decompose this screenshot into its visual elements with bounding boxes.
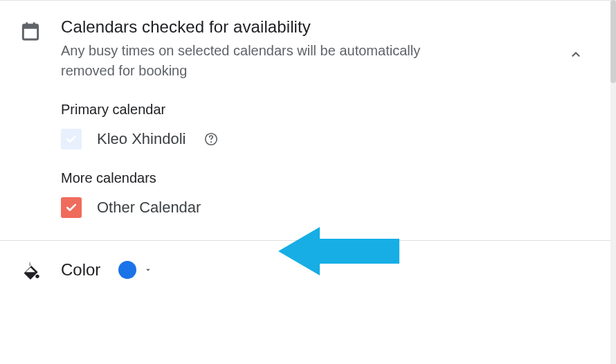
color-label: Color [61,260,100,280]
section-description: Any busy times on selected calendars wil… [61,41,476,81]
chevron-up-icon [568,47,583,62]
scrollbar-thumb[interactable] [610,0,616,83]
color-section: Color [0,240,616,299]
other-calendar-checkbox[interactable] [61,197,82,218]
dropdown-caret-icon [143,265,153,275]
primary-calendar-label: Primary calendar [61,102,547,118]
checkmark-icon [64,132,78,146]
color-picker[interactable] [118,261,153,279]
primary-calendar-row: Kleo Xhindoli [61,129,547,149]
collapse-button[interactable] [563,42,588,67]
calendar-icon [0,17,61,42]
paint-bucket-icon [0,257,61,282]
checkmark-icon [64,201,78,215]
other-calendar-name: Other Calendar [97,199,201,217]
more-calendar-row: Other Calendar [61,197,547,218]
svg-point-6 [35,275,39,278]
svg-point-5 [210,141,212,143]
availability-section: Calendars checked for availability Any b… [0,0,616,240]
primary-calendar-name: Kleo Xhindoli [97,130,185,148]
help-icon[interactable] [203,131,219,147]
section-title: Calendars checked for availability [61,17,476,37]
scrollbar[interactable] [610,0,616,364]
more-calendars-label: More calendars [61,170,547,186]
color-swatch [118,261,136,279]
primary-calendar-checkbox [61,129,82,149]
svg-rect-3 [33,22,35,26]
svg-rect-2 [26,22,28,26]
svg-rect-1 [23,25,37,29]
